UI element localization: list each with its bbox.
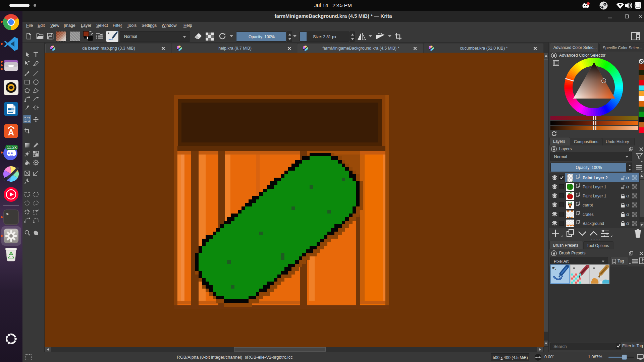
svg-text:A: A: [8, 127, 14, 137]
svg-text:11.2k: 11.2k: [7, 145, 17, 150]
svg-text:>_: >_: [6, 212, 11, 217]
